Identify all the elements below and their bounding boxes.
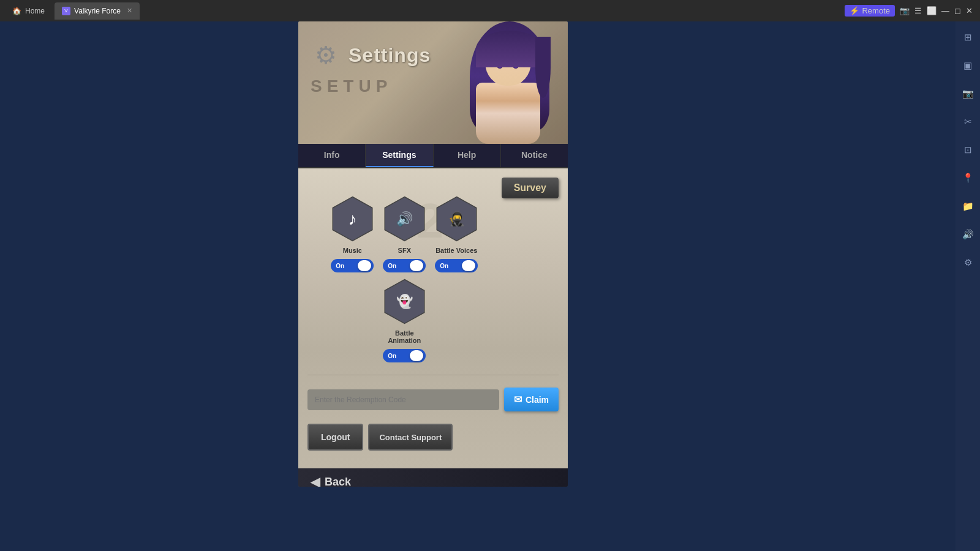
sfx-label: SFX [398,247,411,254]
char-torso [476,83,540,144]
content-area: 2 Survey ♪ Music On [298,168,568,468]
claim-envelope-icon: ✉ [514,394,522,405]
sound-item-battle-voices: 🥷 Battle Voices On [434,196,480,272]
tab-notice[interactable]: Notice [501,144,568,167]
battle-animation-hexagon: 👻 [382,279,428,324]
remote-badge[interactable]: ⚡ Remote [845,5,895,17]
divider [307,375,559,375]
redemption-code-input[interactable] [307,389,499,410]
back-button[interactable]: ◀ Back [311,474,351,487]
sound-controls-grid: ♪ Music On 🔊 SFX On [307,196,502,362]
music-toggle-label: On [336,263,344,269]
browser-controls: ⚡ Remote 📷 ☰ ⬜ — ◻ ✕ [845,5,980,17]
sound-item-battle-animation: 👻 BattleAnimation On [382,279,428,362]
sidebar-icon-volume[interactable]: 🔊 [959,226,976,243]
battle-animation-toggle-knob [410,350,423,361]
music-toggle-knob [358,260,371,271]
remote-icon: ⚡ [850,6,859,15]
claim-label: Claim [526,395,549,405]
sfx-toggle-knob [410,260,423,271]
sound-item-sfx: 🔊 SFX On [382,196,428,272]
sfx-toggle-label: On [388,263,396,269]
tab-info[interactable]: Info [298,144,366,167]
back-label: Back [325,476,351,487]
game-tab[interactable]: V Valkyrie Force ✕ [55,2,140,20]
minimize-icon[interactable]: — [941,6,949,15]
bottom-bar: ◀ Back [298,468,568,487]
header-area: ⚙ Settings SETUP [298,21,568,144]
game-favicon: V [62,7,70,15]
restore-icon[interactable]: ◻ [954,6,961,15]
sidebar-icon-gamepad[interactable]: ⊡ [959,141,976,159]
char-hair-side [535,37,551,98]
music-toggle[interactable]: On [331,259,374,272]
battle-voices-toggle-label: On [440,263,448,269]
action-buttons: Logout Contact Support [307,424,559,451]
game-tab-label: Valkyrie Force [74,7,121,15]
browser-chrome: 🏠 Home V Valkyrie Force ✕ ⚡ Remote 📷 ☰ ⬜… [0,0,980,21]
close-browser-icon[interactable]: ✕ [966,6,973,15]
character-body [464,21,562,144]
fullscreen-icon[interactable]: ⬜ [927,6,937,15]
sfx-icon: 🔊 [396,211,413,227]
battle-voices-icon: 🥷 [448,211,465,227]
battle-voices-hexagon: 🥷 [434,196,480,242]
sidebar-icon-location[interactable]: 📍 [959,170,976,187]
claim-button[interactable]: ✉ Claim [504,388,559,411]
remote-label: Remote [862,6,890,15]
battle-animation-toggle-label: On [388,353,396,359]
home-tab[interactable]: 🏠 Home [5,4,52,18]
sidebar-icon-display[interactable]: ▣ [959,57,976,74]
settings-title-area: ⚙ Settings [311,40,431,70]
tab-settings[interactable]: Settings [366,144,433,167]
battle-animation-icon: 👻 [396,294,413,310]
sfx-hexagon: 🔊 [382,196,428,242]
contact-support-button[interactable]: Contact Support [368,424,453,451]
music-hexagon: ♪ [330,196,375,242]
sidebar-icon-camera[interactable]: 📷 [959,85,976,102]
game-panel: ⚙ Settings SETUP Info [298,21,568,487]
sfx-toggle[interactable]: On [383,259,426,272]
character-art [451,21,568,144]
char-hair-front [476,31,543,67]
battle-animation-label: BattleAnimation [388,329,421,344]
tab-close-button[interactable]: ✕ [127,7,132,15]
home-tab-label: Home [25,7,45,15]
tab-bar: 🏠 Home V Valkyrie Force ✕ [0,0,145,21]
tab-help[interactable]: Help [434,144,501,167]
back-arrow-icon: ◀ [311,474,320,487]
sidebar-icon-scissor[interactable]: ✂ [959,113,976,130]
sound-item-music: ♪ Music On [330,196,375,272]
music-icon: ♪ [348,209,356,229]
sidebar-icon-grid[interactable]: ⊞ [959,29,976,46]
settings-title: Settings [349,44,431,67]
battle-voices-toggle-knob [462,260,475,271]
sidebar-icon-folder[interactable]: 📁 [959,198,976,215]
settings-browser-icon[interactable]: ☰ [914,6,922,15]
battle-voices-label: Battle Voices [435,247,477,254]
right-sidebar: ⊞ ▣ 📷 ✂ ⊡ 📍 📁 🔊 ⚙ [956,21,980,551]
logout-button[interactable]: Logout [307,424,363,451]
home-icon: 🏠 [12,7,21,15]
survey-button[interactable]: Survey [502,178,559,198]
settings-gear-icon: ⚙ [311,40,341,70]
music-label: Music [343,247,362,254]
sidebar-icon-settings[interactable]: ⚙ [959,254,976,271]
battle-voices-toggle[interactable]: On [435,259,478,272]
setup-subtitle: SETUP [311,77,392,96]
redemption-row: ✉ Claim [307,388,559,411]
battle-animation-toggle[interactable]: On [383,349,426,362]
screenshot-icon[interactable]: 📷 [900,6,910,15]
tab-navigation: Info Settings Help Notice [298,144,568,168]
